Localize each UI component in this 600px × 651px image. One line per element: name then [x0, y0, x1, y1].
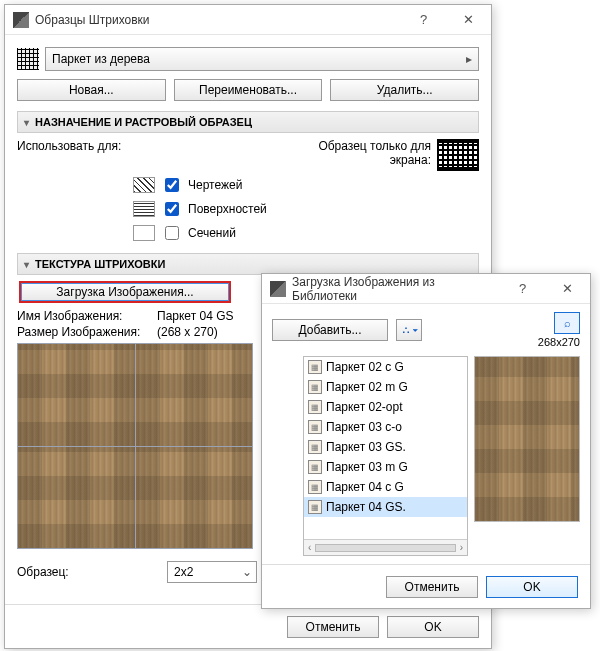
list-item[interactable]: ▦Паркет 03 m G — [304, 457, 467, 477]
image-file-icon: ▦ — [308, 460, 322, 474]
cuts-icon — [133, 225, 155, 241]
screen-only-label: Образец только для экрана: — [311, 139, 431, 167]
section-assignment-header[interactable]: НАЗНАЧЕНИЕ И РАСТРОВЫЙ ОБРАЗЕЦ — [17, 111, 479, 133]
use-for-label: Использовать для: — [17, 139, 277, 171]
screen-sample-icon — [437, 139, 479, 171]
image-name-label: Имя Изображения: — [17, 309, 157, 323]
list-item[interactable]: ▦Паркет 02 m G — [304, 377, 467, 397]
surfaces-icon — [133, 201, 155, 217]
list-item[interactable]: ▦Паркет 04 c G — [304, 477, 467, 497]
list-item[interactable]: ▦Паркет 03 c-o — [304, 417, 467, 437]
scroll-left-icon[interactable]: ‹ — [308, 542, 311, 553]
preview-zoom-button[interactable]: ⌕ — [554, 312, 580, 334]
library-tree[interactable] — [272, 356, 297, 556]
image-file-icon: ▦ — [308, 400, 322, 414]
library-preview — [474, 356, 580, 522]
scrollbar-track[interactable] — [315, 544, 455, 552]
texture-preview — [17, 343, 253, 549]
cancel-button[interactable]: Отменить — [287, 616, 379, 638]
list-item-label: Паркет 02 m G — [326, 380, 408, 394]
titlebar[interactable]: Образцы Штриховки ? ✕ — [5, 5, 491, 35]
list-item-label: Паркет 02-opt — [326, 400, 403, 414]
list-item[interactable]: ▦Паркет 04 GS. — [304, 497, 467, 517]
list-item-label: Паркет 03 GS. — [326, 440, 406, 454]
texture-tile — [18, 344, 135, 446]
drawings-icon — [133, 177, 155, 193]
library-cancel-button[interactable]: Отменить — [386, 576, 478, 598]
scroll-right-icon[interactable]: › — [460, 542, 463, 553]
sample-value: 2x2 — [174, 565, 193, 579]
list-item[interactable]: ▦Паркет 03 GS. — [304, 437, 467, 457]
cuts-checkbox[interactable] — [165, 226, 179, 240]
image-file-icon: ▦ — [308, 420, 322, 434]
image-file-icon: ▦ — [308, 500, 322, 514]
surfaces-checkbox[interactable] — [165, 202, 179, 216]
add-button[interactable]: Добавить... — [272, 319, 388, 341]
close-button[interactable]: ✕ — [545, 274, 590, 304]
list-item-label: Паркет 04 c G — [326, 480, 404, 494]
texture-tile — [136, 344, 253, 446]
library-ok-button[interactable]: OK — [486, 576, 578, 598]
section-texture-header[interactable]: ТЕКСТУРА ШТРИХОВКИ — [17, 253, 479, 275]
list-item[interactable]: ▦Паркет 02 c G — [304, 357, 467, 377]
hatch-swatch-icon — [17, 48, 39, 70]
library-body: Добавить... ⛬▾ ⌕ 268x270 ▦Паркет 02 c G▦… — [262, 304, 590, 564]
list-item-label: Паркет 03 c-o — [326, 420, 402, 434]
hatch-name-dropdown[interactable]: Паркет из дерева — [45, 47, 479, 71]
list-item-label: Паркет 02 c G — [326, 360, 404, 374]
delete-button[interactable]: Удалить... — [330, 79, 479, 101]
app-icon — [270, 281, 286, 297]
image-file-icon: ▦ — [308, 380, 322, 394]
texture-tile — [136, 447, 253, 549]
image-file-icon: ▦ — [308, 360, 322, 374]
close-button[interactable]: ✕ — [446, 5, 491, 35]
new-button[interactable]: Новая... — [17, 79, 166, 101]
list-item[interactable]: ▦Паркет 02-opt — [304, 397, 467, 417]
image-file-icon: ▦ — [308, 440, 322, 454]
drawings-label: Чертежей — [188, 178, 242, 192]
horizontal-scrollbar[interactable]: ‹ › — [304, 539, 467, 555]
library-titlebar[interactable]: Загрузка Изображения из Библиотеки ? ✕ — [262, 274, 590, 304]
library-settings-button[interactable]: ⛬▾ — [396, 319, 422, 341]
sample-label: Образец: — [17, 565, 157, 579]
image-size-label: Размер Изображения: — [17, 325, 157, 339]
app-icon — [13, 12, 29, 28]
help-button[interactable]: ? — [401, 5, 446, 35]
library-title: Загрузка Изображения из Библиотеки — [292, 275, 500, 303]
drawings-checkbox[interactable] — [165, 178, 179, 192]
surfaces-label: Поверхностей — [188, 202, 267, 216]
list-item-label: Паркет 03 m G — [326, 460, 408, 474]
image-file-icon: ▦ — [308, 480, 322, 494]
rename-button[interactable]: Переименовать... — [174, 79, 323, 101]
library-dialog: Загрузка Изображения из Библиотеки ? ✕ Д… — [261, 273, 591, 609]
library-footer: Отменить OK — [262, 564, 590, 608]
texture-tile — [18, 447, 135, 549]
list-item-label: Паркет 04 GS. — [326, 500, 406, 514]
hatch-name-value: Паркет из дерева — [52, 52, 150, 66]
sample-select[interactable]: 2x2 — [167, 561, 257, 583]
cuts-label: Сечений — [188, 226, 236, 240]
dialog-title: Образцы Штриховки — [35, 13, 401, 27]
library-list[interactable]: ▦Паркет 02 c G▦Паркет 02 m G▦Паркет 02-o… — [303, 356, 468, 556]
ok-button[interactable]: OK — [387, 616, 479, 638]
dialog-footer: Отменить OK — [5, 604, 491, 648]
preview-size-label: 268x270 — [538, 336, 580, 348]
help-button[interactable]: ? — [500, 274, 545, 304]
load-image-button[interactable]: Загрузка Изображения... — [19, 281, 231, 303]
